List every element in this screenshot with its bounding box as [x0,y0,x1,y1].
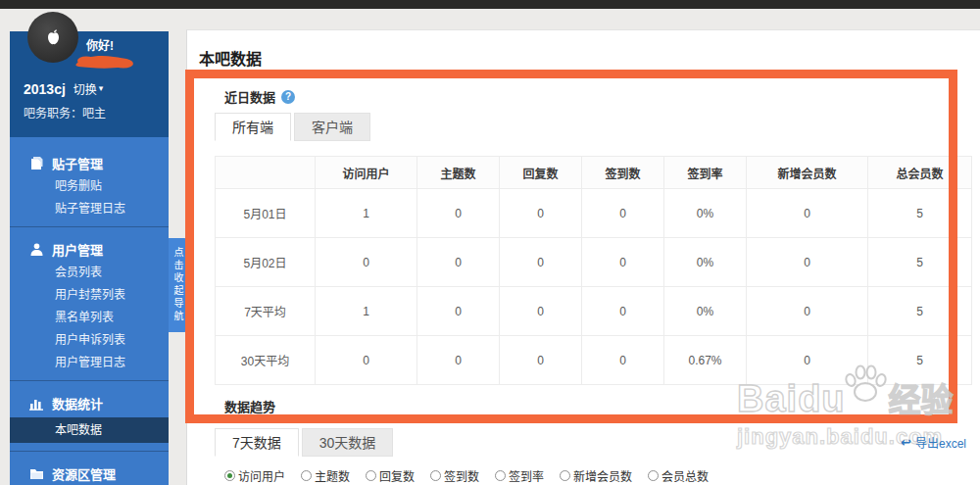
collapse-nav-tab[interactable]: 点击收起导航 [169,238,187,332]
data-cell: 0 [582,238,664,287]
radio-button[interactable] [560,470,570,481]
radio-button[interactable] [430,470,441,481]
metric-radio-option[interactable]: 签到数 [430,467,479,484]
data-cell: 1 [316,287,417,336]
data-cell: 0 [582,189,664,238]
greeting-text: 你好! [86,36,114,53]
table-row: 30天平均00000.67%05 [216,336,972,385]
sidebar-item[interactable]: 会员列表 [10,262,169,284]
data-cell: 0 [582,287,664,336]
sidebar-section-label: 贴子管理 [52,154,103,172]
recent-tab[interactable]: 客户端 [294,113,370,141]
data-cell: 0.67% [664,336,747,385]
radio-label: 新增会员数 [573,467,632,484]
radio-label: 签到数 [444,467,479,484]
sidebar-section-title: 资源区管理 [10,461,169,485]
top-window-bar [0,0,980,9]
row-label-cell: 5月01日 [216,189,316,238]
help-icon[interactable]: ? [281,90,295,104]
metric-radio-option[interactable]: 签到率 [495,467,544,484]
radio-button[interactable] [301,470,312,481]
trend-tab[interactable]: 7天数据 [215,428,299,457]
sidebar-menu: 贴子管理吧务删贴贴子管理日志用户管理会员列表用户封禁列表黑名单列表用户申诉列表用… [10,137,169,485]
row-label-cell: 7天平均 [216,287,316,336]
data-cell: 5 [868,287,972,336]
data-cell: 5 [868,238,972,287]
table-row: 7天平均10000%05 [216,287,972,336]
sidebar-section: 数据统计本吧数据 [10,380,169,451]
data-cell: 0 [417,287,500,336]
sidebar-section-label: 数据统计 [52,394,103,412]
data-cell: 0 [747,336,868,385]
sidebar-item[interactable]: 黑名单列表 [10,307,169,329]
table-header-cell: 主题数 [417,157,500,189]
data-cell: 0% [664,238,747,287]
table-header-cell: 签到数 [582,157,664,189]
account-name: 2013cj [24,81,66,97]
data-cell: 0 [417,238,500,287]
data-cell: 0 [500,336,582,385]
metric-radio-option[interactable]: 回复数 [366,467,415,484]
export-excel-link[interactable]: ↩ 导出excel [901,434,966,451]
trend-tab[interactable]: 30天数据 [302,428,394,457]
radio-button[interactable] [648,470,659,481]
table-header-cell [216,157,316,189]
sidebar-section: 资源区管理图册精品贴收纳 [10,451,169,485]
table-header-cell: 访问用户 [316,157,417,189]
data-cell: 0% [664,287,747,336]
trend-section-title: 数据趋势 [224,400,275,414]
row-label-cell: 30天平均 [216,336,316,385]
recent-tab[interactable]: 所有端 [215,113,291,141]
sidebar-section-label: 资源区管理 [52,464,116,483]
sidebar-section: 用户管理会员列表用户封禁列表黑名单列表用户申诉列表用户管理日志 [10,226,169,380]
switch-account-link[interactable]: 切换 ▾ [74,80,104,97]
sidebar-section: 贴子管理吧务删贴贴子管理日志 [10,141,169,226]
trend-metric-radio-group: 访问用户主题数回复数签到数签到率新增会员数会员总数 [224,467,724,484]
radio-button[interactable] [224,470,235,481]
stats-icon [29,396,44,411]
radio-label: 主题数 [315,467,350,484]
metric-radio-option[interactable]: 主题数 [301,467,350,484]
data-cell: 0 [747,189,868,238]
username-redaction-scribble [73,53,139,74]
users-icon [29,242,44,257]
data-cell: 0 [316,336,417,385]
sidebar-section-title: 用户管理 [10,237,169,262]
radio-button[interactable] [366,470,376,481]
avatar [27,12,78,63]
data-cell: 0 [500,238,582,287]
table-header-cell: 新增会员数 [747,157,868,189]
metric-radio-option[interactable]: 新增会员数 [560,467,632,484]
recent-data-table: 访问用户主题数回复数签到数签到率新增会员数总会员数5月01日10000%055月… [215,156,972,385]
recent-data-section-title: 近日数据 [224,87,275,106]
sidebar: 你好! 2013cj 切换 ▾ 吧务职务：吧主 贴子管理吧务删贴贴子管理日志用户… [10,31,169,485]
table-header-cell: 总会员数 [868,157,972,189]
table-header-row: 访问用户主题数回复数签到数签到率新增会员数总会员数 [216,157,972,189]
data-cell: 0% [664,189,747,238]
chevron-down-icon: ▾ [99,84,104,93]
main-panel: 本吧数据 近日数据 ? 所有端客户端 访问用户主题数回复数签到数签到率新增会员数… [186,29,980,485]
data-cell: 0 [747,287,868,336]
data-cell: 0 [747,238,868,287]
radio-button[interactable] [495,470,506,481]
radio-label: 会员总数 [662,467,709,484]
sidebar-item[interactable]: 用户申诉列表 [10,329,169,352]
metric-radio-option[interactable]: 会员总数 [648,467,709,484]
metric-radio-option[interactable]: 访问用户 [224,467,285,484]
data-cell: 0 [582,336,664,385]
data-cell: 5 [868,189,972,238]
page-title: 本吧数据 [199,46,262,70]
table-header-cell: 回复数 [500,157,582,189]
data-cell: 0 [500,189,582,238]
sidebar-item[interactable]: 本吧数据 [10,417,169,443]
radio-label: 回复数 [379,467,415,484]
trend-tabbar: 7天数据30天数据 [215,428,396,457]
sidebar-item[interactable]: 贴子管理日志 [10,198,169,220]
sidebar-item[interactable]: 用户管理日志 [10,352,169,374]
table-row: 5月02日00000%05 [216,238,972,287]
sidebar-item[interactable]: 用户封禁列表 [10,284,169,307]
sidebar-item[interactable]: 吧务删贴 [10,175,169,198]
table-header-cell: 签到率 [664,157,747,189]
sidebar-section-label: 用户管理 [52,240,103,259]
sidebar-section-title: 数据统计 [10,391,169,415]
